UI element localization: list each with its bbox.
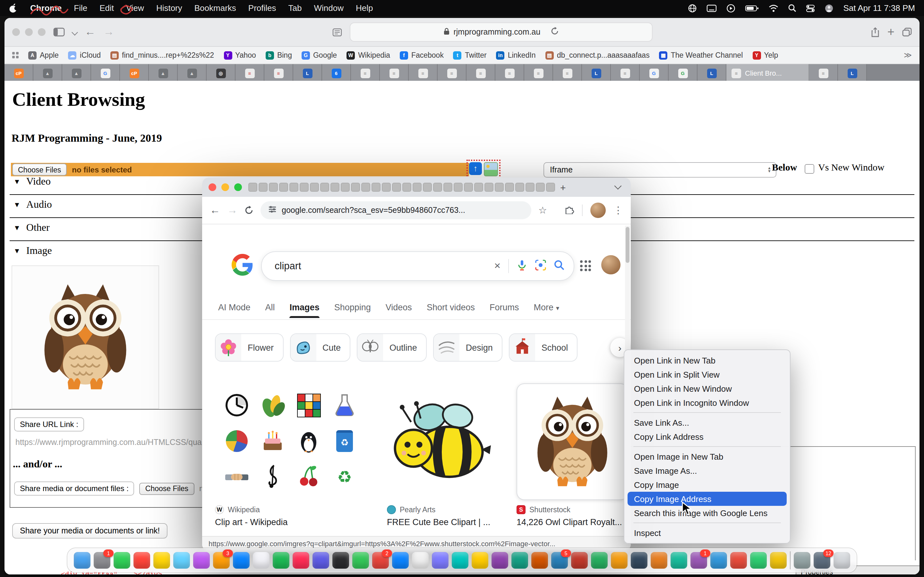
browser-tab[interactable]: cP — [5, 64, 33, 82]
dock-app-icon[interactable] — [690, 552, 707, 569]
section-other[interactable]: ▼Other — [13, 222, 50, 234]
browser-tab[interactable]: ≡ — [409, 64, 438, 82]
dock-app-icon[interactable] — [770, 552, 787, 569]
google-lens-icon[interactable] — [535, 259, 546, 273]
dock-app-icon[interactable] — [233, 552, 250, 569]
context-menu-item[interactable]: Save Image As... — [628, 464, 787, 478]
browser-tab[interactable]: ≡ — [380, 64, 409, 82]
dock-app-icon[interactable] — [292, 552, 309, 569]
browser-tab[interactable]: L — [838, 64, 867, 82]
menu-item[interactable]: Bookmarks — [194, 3, 236, 13]
popup-tab-favicon[interactable] — [546, 183, 555, 192]
dock-app-icon[interactable] — [834, 552, 850, 569]
context-menu-item[interactable]: Open Link in Split View — [628, 367, 787, 382]
dock-app-icon[interactable] — [611, 552, 628, 569]
context-menu-item[interactable] — [633, 446, 781, 447]
popup-tab-favicon[interactable] — [515, 183, 524, 192]
apps-grid-icon[interactable] — [12, 52, 19, 58]
reload-icon[interactable] — [244, 206, 254, 215]
section-image[interactable]: ▼Image — [13, 245, 52, 256]
dock-app-icon[interactable] — [551, 552, 568, 569]
popup-window-controls[interactable] — [208, 183, 242, 191]
context-menu-item[interactable]: Open Link in Incognito Window — [628, 396, 787, 410]
bookmark-item[interactable]: ▤db_connect.p...aaasaaafaas — [545, 51, 650, 59]
result-caption[interactable]: SShutterstock 14,226 Owl Clipart Royalt.… — [517, 505, 631, 527]
dock-app-icon[interactable] — [710, 552, 727, 569]
result-tab[interactable]: Images — [290, 303, 320, 312]
menu-item[interactable]: File — [74, 3, 87, 13]
share-submit-button[interactable]: Share your media or documents or link! — [12, 523, 168, 538]
play-icon[interactable] — [726, 3, 735, 13]
tab-search-chevron-icon[interactable] — [614, 182, 622, 190]
minimize-window-icon[interactable] — [221, 183, 229, 191]
browser-tab[interactable]: ▲ — [62, 64, 91, 82]
popup-tab-favicon[interactable] — [258, 183, 268, 192]
browser-tab[interactable]: ≡ — [495, 64, 524, 82]
menu-app-name[interactable]: Chrome — [30, 3, 61, 13]
dock-app-icon[interactable] — [432, 552, 449, 569]
browser-tab[interactable]: ≡ — [467, 64, 495, 82]
share-icon[interactable] — [871, 27, 880, 37]
popup-tab-favicon[interactable] — [351, 183, 360, 192]
popup-tab-favicon[interactable] — [495, 183, 504, 192]
browser-tab[interactable]: ≡ — [264, 64, 293, 82]
menu-item[interactable]: Window — [314, 3, 344, 13]
section-audio[interactable]: ▼Audio — [13, 199, 52, 210]
dock-app-icon[interactable] — [571, 552, 588, 569]
dock-app-icon[interactable] — [94, 552, 110, 569]
vs-new-window-checkbox[interactable] — [804, 164, 814, 174]
account-avatar[interactable] — [601, 255, 620, 274]
dock-app-icon[interactable] — [352, 552, 369, 569]
context-menu-item[interactable]: Open Link in New Tab — [628, 353, 787, 367]
result-tab[interactable]: Short videos — [427, 303, 475, 312]
dock-app-icon[interactable] — [491, 552, 508, 569]
popup-tab-favicon[interactable] — [341, 183, 350, 192]
dock-app-icon[interactable] — [134, 552, 150, 569]
dock-app-icon[interactable] — [511, 552, 528, 569]
popup-tab-favicon[interactable] — [505, 183, 514, 192]
context-menu-item[interactable]: Save Link As... — [628, 416, 787, 430]
section-video[interactable]: ▼Video — [13, 176, 51, 187]
filter-chip[interactable]: Outline — [357, 334, 427, 362]
keyboard-icon[interactable] — [706, 4, 717, 12]
context-menu-item[interactable]: Copy Link Address — [628, 430, 787, 444]
result-image-collage[interactable]: ♻ ♻ — [215, 384, 367, 499]
control-center-icon[interactable] — [806, 4, 815, 12]
dock-app-icon[interactable] — [670, 552, 687, 569]
dock-app-icon[interactable] — [153, 552, 170, 569]
popup-tab-favicon[interactable] — [289, 183, 298, 192]
owl-image[interactable] — [11, 266, 159, 409]
bookmark-item[interactable]: GGoogle — [302, 51, 337, 59]
browser-tab[interactable]: cP — [120, 64, 149, 82]
popup-tab-favicon[interactable] — [402, 183, 411, 192]
browser-tab[interactable]: L — [582, 64, 611, 82]
result-caption[interactable]: WWikipedia Clip art - Wikipedia — [215, 505, 363, 527]
bookmark-item[interactable]: ☁iCloud — [68, 51, 101, 59]
bookmark-item[interactable]: AApple — [28, 51, 59, 59]
context-menu-item[interactable]: Search this image with Google Lens — [628, 506, 787, 520]
bookmark-item[interactable]: tTwitter — [453, 51, 487, 59]
popup-tab-favicon[interactable] — [485, 183, 493, 192]
bookmark-item[interactable]: YYahoo — [224, 51, 256, 59]
popup-tab-favicon[interactable] — [392, 183, 401, 192]
display-mode-select[interactable]: Iframe ▲▼ — [543, 162, 776, 177]
dock-app-icon[interactable] — [531, 552, 548, 569]
context-menu-item[interactable] — [633, 522, 781, 523]
wifi-icon[interactable] — [769, 4, 779, 12]
dock-app-icon[interactable] — [173, 552, 190, 569]
browser-tab[interactable]: ≡ — [553, 64, 582, 82]
dock-app-icon[interactable] — [273, 552, 289, 569]
dock-app-icon[interactable] — [213, 552, 230, 569]
close-window-icon[interactable] — [12, 28, 20, 36]
dock-app-icon[interactable] — [591, 552, 607, 569]
browser-tab[interactable]: ◎ — [207, 64, 236, 82]
profile-avatar[interactable] — [590, 203, 606, 218]
context-menu-item[interactable]: Copy Image Address — [628, 492, 787, 506]
filter-chip[interactable]: School — [509, 334, 578, 362]
clear-search-icon[interactable]: × — [494, 259, 501, 272]
search-box[interactable]: clipart × — [261, 251, 574, 281]
popup-tab-favicon[interactable] — [320, 183, 329, 192]
back-icon[interactable]: ← — [210, 205, 220, 216]
context-menu-item[interactable]: Inspect — [628, 526, 787, 540]
window-controls[interactable] — [12, 28, 45, 36]
